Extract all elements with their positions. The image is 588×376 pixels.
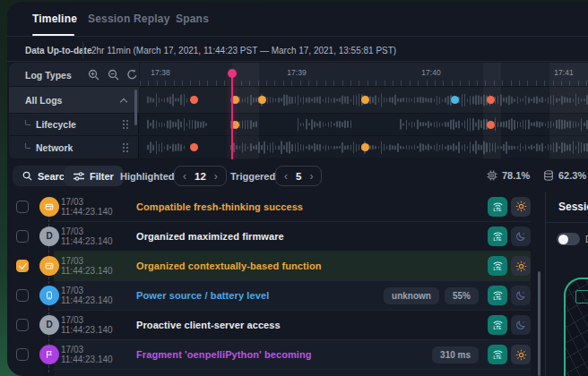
event-marker-dot[interactable] <box>487 96 495 104</box>
waveform-bar <box>331 98 333 102</box>
sun-icon-button[interactable] <box>511 256 531 276</box>
waveform-bar <box>400 119 402 130</box>
log-row[interactable]: D17/03 11:44:23.140Proactive client-serv… <box>7 310 545 339</box>
log-type-row-all-logs[interactable]: All Logs <box>9 87 139 114</box>
sun-icon-button[interactable] <box>511 345 531 364</box>
waveform-bar <box>508 95 510 105</box>
waveform-bar <box>308 144 310 151</box>
playhead-line[interactable] <box>231 72 233 159</box>
event-marker-dot[interactable] <box>361 143 369 151</box>
waveform-bar <box>464 143 466 150</box>
waveform-bar <box>472 96 474 105</box>
drag-handle-icon[interactable] <box>122 119 128 130</box>
triggered-stepper[interactable]: ‹ 5 › <box>275 166 322 186</box>
waveform-bar <box>506 97 507 104</box>
log-type-row-network[interactable]: Network <box>9 136 139 159</box>
sidebar-scrollbar[interactable] <box>134 90 137 125</box>
device-preview-frame[interactable] <box>564 278 588 376</box>
event-marker-dot[interactable] <box>190 143 198 151</box>
event-marker-dot[interactable] <box>258 96 266 104</box>
highlighted-stepper[interactable]: ‹ 12 › <box>174 166 227 186</box>
session-toggle[interactable] <box>557 233 580 245</box>
waveform-bar <box>152 98 154 102</box>
log-row[interactable]: 17/03 11:44:23.140Power source / battery… <box>7 280 545 310</box>
log-type-row-lifecycle[interactable]: Lifecycle <box>9 114 139 136</box>
event-marker-dot[interactable] <box>190 96 198 104</box>
filter-button[interactable]: Filter <box>64 166 124 186</box>
memory-gauge: 62.3% <box>543 170 586 181</box>
waveform-area[interactable]: 17:3817:3917:4017:41 <box>140 63 588 159</box>
chevron-left-icon[interactable]: ‹ <box>284 171 288 182</box>
row-checkbox[interactable] <box>16 319 29 331</box>
waveform-bar <box>409 123 411 126</box>
event-marker-dot[interactable] <box>487 121 495 129</box>
moon-icon-button[interactable] <box>511 226 531 246</box>
waveform-bar <box>517 96 519 103</box>
list-scrollbar[interactable] <box>538 271 540 376</box>
row-checkbox[interactable] <box>16 230 29 243</box>
waveform-bar <box>378 146 380 149</box>
waveform-bar <box>342 122 343 127</box>
waveform-bar <box>541 142 543 151</box>
chevron-left-icon[interactable]: ‹ <box>183 171 186 182</box>
chevron-right-icon[interactable]: › <box>309 171 313 182</box>
tab-timeline[interactable]: Timeline <box>32 13 77 25</box>
log-row[interactable]: D17/03 11:44:23.140Organized maximized f… <box>7 221 545 251</box>
waveform-bar <box>467 98 469 101</box>
log-timestamp: 17/03 11:44:23.140 <box>61 226 136 246</box>
playhead-handle[interactable] <box>228 69 237 78</box>
row-checkbox[interactable] <box>16 348 29 361</box>
lte-network-button[interactable]: LTE <box>488 197 507 217</box>
waveform-bar <box>314 121 316 127</box>
log-timestamp: 17/03 11:44:23.140 <box>61 197 136 217</box>
lte-network-button[interactable]: LTE <box>488 256 507 276</box>
lte-network-button[interactable]: LTE <box>488 286 507 305</box>
log-row[interactable]: 17/03 11:44:23.140Organized contextually… <box>7 251 545 280</box>
moon-icon-button[interactable] <box>511 286 531 305</box>
lte-network-button[interactable]: LTE <box>488 226 507 246</box>
tab-spans[interactable]: Spans <box>176 13 209 25</box>
event-marker-dot[interactable] <box>451 96 459 104</box>
waveform-bar <box>439 123 441 127</box>
waveform-bar <box>503 121 505 127</box>
waveform-row <box>140 136 588 159</box>
zoom-out-icon[interactable] <box>108 69 119 81</box>
waveform-bar <box>281 141 282 155</box>
time-ruler[interactable]: 17:3817:3917:4017:41 <box>140 63 588 87</box>
waveform-bar <box>533 97 535 104</box>
log-row[interactable]: 17/03 11:44:23.140Compatible fresh-think… <box>7 192 545 221</box>
log-row[interactable]: 17/03 11:44:23.140Fragment 'oenpelliPyth… <box>7 339 545 369</box>
waveform-bar <box>419 97 421 104</box>
drag-handle-icon[interactable] <box>122 142 128 153</box>
waveform-bar <box>267 145 269 150</box>
waveform-bar <box>520 122 522 127</box>
waveform-bar <box>278 97 280 103</box>
waveform-bar <box>425 145 427 150</box>
lte-network-button[interactable]: LTE <box>488 345 507 364</box>
ruler-tick-label: 17:40 <box>421 68 440 77</box>
row-checkbox[interactable] <box>16 260 29 272</box>
chevron-up-icon[interactable] <box>120 98 127 105</box>
waveform-bar <box>506 121 507 128</box>
zoom-in-icon[interactable] <box>88 69 99 81</box>
lte-network-button[interactable]: LTE <box>488 315 507 335</box>
lte-label: LTE <box>493 296 501 301</box>
moon-icon-button[interactable] <box>511 315 531 335</box>
row-checkbox[interactable] <box>16 201 29 213</box>
refresh-icon[interactable] <box>126 69 138 81</box>
waveform-bar <box>167 120 169 128</box>
waveform-bar <box>359 144 360 151</box>
chevron-right-icon[interactable]: › <box>214 171 218 182</box>
waveform-bar <box>342 141 343 152</box>
waveform-bar <box>336 146 338 149</box>
waveform-bar <box>428 143 429 151</box>
tab-session-replay[interactable]: Session Replay <box>88 13 170 25</box>
waveform-bar <box>314 97 316 104</box>
row-checkbox[interactable] <box>16 289 29 302</box>
waveform-bar <box>523 146 524 150</box>
waveform-bar <box>375 95 376 106</box>
event-marker-dot[interactable] <box>361 96 369 104</box>
waveform-bar <box>523 120 524 129</box>
sun-icon-button[interactable] <box>511 197 531 217</box>
lte-label: LTE <box>493 267 501 271</box>
